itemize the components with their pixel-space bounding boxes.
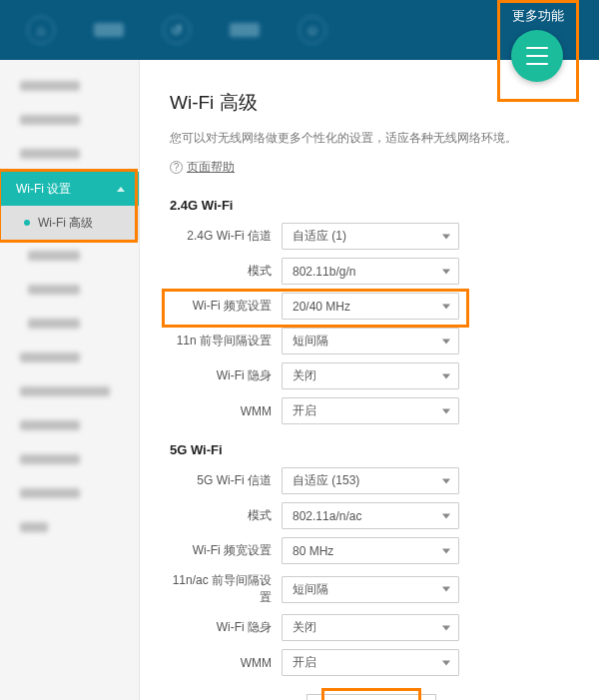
chevron-down-icon: [442, 269, 450, 274]
nav-item-1[interactable]: ⌂: [24, 13, 58, 47]
sidebar-item[interactable]: [0, 104, 139, 138]
select-24g-mode[interactable]: 802.11b/g/n: [282, 258, 459, 285]
app-header: ⌂ ↺ ☺ 更多功能: [0, 0, 599, 60]
sidebar-item[interactable]: [0, 308, 139, 342]
row-24g-bandwidth: Wi-Fi 频宽设置 20/40 MHz: [170, 293, 573, 320]
row-5g-hidden: Wi-Fi 隐身 关闭: [170, 614, 573, 641]
row-5g-wmm: WMM 开启: [170, 649, 573, 676]
chevron-down-icon: [442, 625, 450, 630]
select-5g-wmm[interactable]: 开启: [282, 649, 459, 676]
header-nav: ⌂ ↺ ☺: [24, 13, 329, 47]
label-5g-bandwidth: Wi-Fi 频宽设置: [170, 542, 282, 559]
sidebar-item[interactable]: [0, 274, 139, 308]
sidebar: Wi-Fi 设置 Wi-Fi 高级: [0, 60, 140, 700]
nav-item-4[interactable]: [228, 13, 262, 47]
chevron-down-icon: [442, 587, 450, 592]
row-5g-channel: 5G Wi-Fi 信道 自适应 (153): [170, 467, 573, 494]
sidebar-sub-label: Wi-Fi 高级: [38, 206, 93, 240]
sidebar-item[interactable]: [0, 443, 139, 477]
select-5g-hidden[interactable]: 关闭: [282, 614, 459, 641]
chevron-down-icon: [442, 660, 450, 665]
chevron-down-icon: [442, 339, 450, 344]
chevron-up-icon: [117, 187, 125, 192]
label-24g-hidden: Wi-Fi 隐身: [170, 367, 282, 384]
page-subtitle: 您可以对无线网络做更多个性化的设置，适应各种无线网络环境。: [170, 130, 573, 147]
nav-item-2[interactable]: [92, 13, 126, 47]
more-features-label: 更多功能: [512, 7, 564, 25]
sidebar-item[interactable]: [0, 511, 139, 545]
chevron-down-icon: [442, 408, 450, 413]
chevron-down-icon: [442, 304, 450, 309]
row-24g-preamble: 11n 前导间隔设置 短间隔: [170, 328, 573, 354]
sidebar-item[interactable]: [0, 70, 139, 104]
select-5g-channel[interactable]: 自适应 (153): [282, 467, 459, 494]
nav-item-5[interactable]: ☺: [296, 13, 329, 47]
label-5g-wmm: WMM: [170, 656, 282, 670]
main-content: Wi-Fi 高级 您可以对无线网络做更多个性化的设置，适应各种无线网络环境。 ?…: [140, 60, 599, 700]
label-24g-preamble: 11n 前导间隔设置: [170, 333, 282, 350]
select-24g-preamble[interactable]: 短间隔: [282, 328, 459, 354]
chevron-down-icon: [442, 513, 450, 518]
chevron-down-icon: [442, 478, 450, 483]
active-dot-icon: [24, 220, 30, 226]
sidebar-item[interactable]: [0, 375, 139, 409]
select-5g-preamble[interactable]: 短间隔: [282, 576, 459, 603]
label-24g-bandwidth: Wi-Fi 频宽设置: [170, 298, 282, 315]
sidebar-group-wifi[interactable]: Wi-Fi 设置: [0, 172, 139, 206]
row-24g-hidden: Wi-Fi 隐身 关闭: [170, 362, 573, 389]
row-24g-channel: 2.4G Wi-Fi 信道 自适应 (1): [170, 223, 573, 250]
label-24g-wmm: WMM: [170, 404, 282, 418]
sidebar-item[interactable]: [0, 477, 139, 511]
help-icon: ?: [170, 161, 183, 174]
page-help-link[interactable]: 页面帮助: [187, 159, 235, 176]
sidebar-item[interactable]: [0, 342, 139, 375]
select-24g-channel[interactable]: 自适应 (1): [282, 223, 459, 250]
sidebar-item[interactable]: [0, 240, 139, 274]
label-5g-preamble: 11n/ac 前导间隔设置: [170, 572, 282, 606]
row-5g-bandwidth: Wi-Fi 频宽设置 80 MHz: [170, 537, 573, 564]
more-features-button[interactable]: [511, 30, 563, 82]
label-24g-channel: 2.4G Wi-Fi 信道: [170, 228, 282, 245]
label-5g-channel: 5G Wi-Fi 信道: [170, 472, 282, 489]
label-5g-hidden: Wi-Fi 隐身: [170, 619, 282, 636]
save-button[interactable]: 保存: [306, 694, 436, 700]
chevron-down-icon: [442, 548, 450, 553]
select-24g-wmm[interactable]: 开启: [282, 397, 459, 424]
section-5g-title: 5G Wi-Fi: [170, 442, 573, 457]
save-row: 保存: [170, 694, 573, 700]
sidebar-item[interactable]: [0, 409, 139, 443]
row-5g-preamble: 11n/ac 前导间隔设置 短间隔: [170, 572, 573, 606]
row-5g-mode: 模式 802.11a/n/ac: [170, 502, 573, 529]
row-24g-wmm: WMM 开启: [170, 397, 573, 424]
sidebar-group-label: Wi-Fi 设置: [16, 172, 71, 206]
chevron-down-icon: [442, 373, 450, 378]
chevron-down-icon: [442, 234, 450, 239]
nav-item-3[interactable]: ↺: [160, 13, 194, 47]
select-5g-mode[interactable]: 802.11a/n/ac: [282, 502, 459, 529]
section-24g-title: 2.4G Wi-Fi: [170, 198, 573, 213]
sidebar-item[interactable]: [0, 138, 139, 172]
label-24g-mode: 模式: [170, 263, 282, 280]
select-5g-bandwidth[interactable]: 80 MHz: [282, 537, 459, 564]
page-title: Wi-Fi 高级: [170, 90, 573, 116]
select-24g-hidden[interactable]: 关闭: [282, 362, 459, 389]
sidebar-item-wifi-advanced[interactable]: Wi-Fi 高级: [0, 206, 139, 240]
row-24g-mode: 模式 802.11b/g/n: [170, 258, 573, 285]
label-5g-mode: 模式: [170, 507, 282, 524]
page-help: ? 页面帮助: [170, 159, 573, 176]
select-24g-bandwidth[interactable]: 20/40 MHz: [282, 293, 459, 320]
